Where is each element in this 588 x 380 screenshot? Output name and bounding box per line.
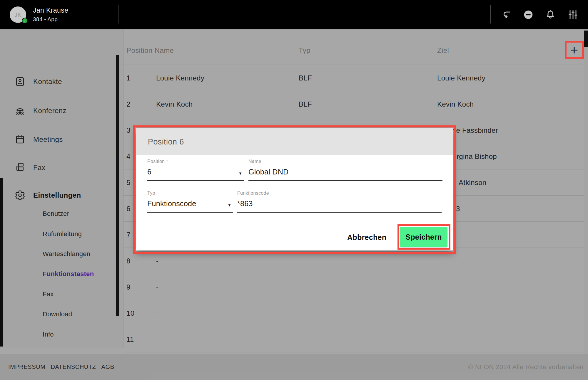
name-input[interactable]: Global DND [248, 168, 288, 176]
position-dialog: Position 6 Position * 6 ▼ Name Global DN… [136, 128, 453, 250]
position-field-underline [147, 180, 244, 181]
app-window: JK ✓ Jan Krause 384 - App Kontakte [0, 0, 588, 380]
name-field-underline [248, 180, 442, 181]
typ-select[interactable]: Funktionscode [147, 199, 196, 208]
do-not-disturb-icon[interactable] [522, 9, 534, 21]
header-divider [118, 5, 118, 23]
typ-field-label: Typ [147, 191, 155, 196]
dialog-title: Position 6 [148, 128, 184, 155]
header-divider [490, 5, 491, 23]
funktionscode-field-underline [237, 212, 442, 213]
chevron-down-icon[interactable]: ▼ [228, 203, 231, 207]
name-field-label: Name [248, 159, 261, 164]
top-bar: JK ✓ Jan Krause 384 - App [0, 0, 588, 29]
chevron-down-icon[interactable]: ▼ [238, 171, 242, 176]
online-status-icon: ✓ [22, 18, 28, 24]
save-button[interactable]: Speichern [400, 227, 447, 247]
funktionscode-input[interactable]: *863 [237, 199, 253, 208]
filter-settings-icon[interactable] [567, 9, 579, 21]
notifications-icon[interactable] [544, 9, 556, 21]
position-select[interactable]: 6 [147, 168, 151, 176]
dialog-titlebar: Position 6 [136, 128, 453, 155]
user-extension: 384 - App [33, 16, 58, 23]
position-field-label: Position * [147, 159, 168, 164]
funktionscode-field-label: Funktionscode [237, 191, 269, 196]
cancel-button[interactable]: Abbrechen [347, 232, 386, 243]
user-name: Jan Krause [33, 6, 68, 14]
typ-field-underline [147, 212, 233, 213]
call-return-icon[interactable] [501, 9, 513, 21]
